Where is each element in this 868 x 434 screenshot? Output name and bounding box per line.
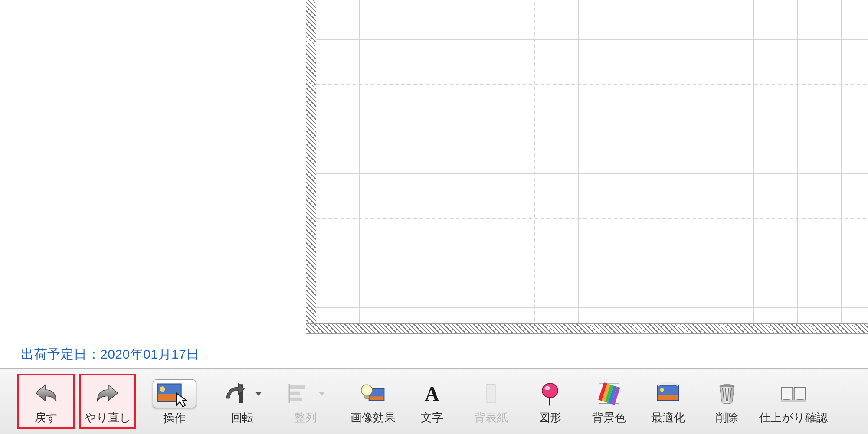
rotate-icon bbox=[222, 380, 250, 408]
lightbulb-image-icon bbox=[359, 380, 387, 408]
text-button[interactable]: A 文字 bbox=[403, 374, 462, 429]
spine-icon bbox=[477, 380, 505, 408]
spine-label: 背表紙 bbox=[474, 410, 508, 425]
letter-a-icon: A bbox=[418, 380, 446, 408]
balloon-shape-icon bbox=[536, 380, 564, 408]
align-button: 整列 bbox=[276, 374, 335, 429]
shape-button[interactable]: 図形 bbox=[521, 374, 580, 429]
rotate-button[interactable]: 回転 bbox=[213, 374, 272, 429]
undo-label: 戻す bbox=[35, 410, 58, 425]
canvas-margin-left bbox=[306, 0, 316, 334]
spine-button: 背表紙 bbox=[462, 374, 521, 429]
image-effect-button[interactable]: 画像効果 bbox=[344, 374, 403, 429]
image-effect-label: 画像効果 bbox=[350, 410, 396, 425]
preview-label: 仕上がり確認 bbox=[759, 410, 828, 425]
redo-arrow-icon bbox=[94, 380, 121, 408]
redo-button[interactable]: やり直し bbox=[79, 374, 136, 429]
align-dropdown-caret bbox=[318, 392, 325, 396]
svg-rect-34 bbox=[781, 400, 806, 402]
svg-point-3 bbox=[160, 386, 165, 392]
canvas-workspace[interactable] bbox=[0, 0, 868, 340]
undo-button[interactable]: 戻す bbox=[17, 374, 75, 429]
svg-rect-8 bbox=[289, 384, 291, 403]
shipment-date-label: 出荷予定日：2020年01月17日 bbox=[0, 340, 868, 368]
trash-icon bbox=[713, 380, 741, 408]
optimize-image-icon bbox=[654, 380, 682, 408]
operate-button[interactable]: 操作 bbox=[145, 374, 204, 429]
svg-point-18 bbox=[544, 386, 550, 390]
svg-rect-5 bbox=[289, 385, 305, 389]
svg-point-27 bbox=[660, 388, 664, 392]
svg-rect-6 bbox=[289, 392, 300, 395]
operate-label: 操作 bbox=[163, 411, 186, 426]
rainbow-swatch-icon bbox=[595, 380, 623, 408]
svg-rect-7 bbox=[289, 398, 302, 401]
svg-point-17 bbox=[542, 383, 558, 398]
open-book-icon bbox=[780, 380, 807, 408]
canvas-frame bbox=[306, 0, 868, 334]
svg-rect-10 bbox=[370, 396, 383, 400]
bottom-toolbar: 戻す やり直し 操 bbox=[0, 369, 868, 434]
text-label: 文字 bbox=[421, 410, 443, 425]
preview-button[interactable]: 仕上がり確認 bbox=[757, 374, 830, 429]
undo-arrow-icon bbox=[32, 380, 60, 408]
svg-text:A: A bbox=[425, 383, 439, 405]
align-icon bbox=[285, 380, 313, 408]
canvas-margin-bottom bbox=[306, 323, 868, 334]
delete-button[interactable]: 削除 bbox=[698, 374, 757, 429]
bgcolor-button[interactable]: 背景色 bbox=[580, 374, 639, 429]
canvas-grid[interactable] bbox=[316, 0, 868, 323]
rotate-label: 回転 bbox=[231, 410, 253, 425]
svg-rect-26 bbox=[658, 395, 678, 400]
redo-label: やり直し bbox=[85, 410, 131, 425]
optimize-button[interactable]: 最適化 bbox=[639, 374, 698, 429]
bgcolor-label: 背景色 bbox=[592, 410, 626, 425]
rotate-dropdown-caret[interactable] bbox=[255, 392, 262, 396]
svg-rect-13 bbox=[365, 395, 369, 398]
svg-point-12 bbox=[364, 387, 370, 394]
optimize-label: 最適化 bbox=[651, 410, 685, 425]
align-label: 整列 bbox=[294, 410, 317, 425]
svg-rect-33 bbox=[793, 388, 794, 401]
shape-label: 図形 bbox=[539, 410, 561, 425]
delete-label: 削除 bbox=[716, 410, 738, 425]
image-cursor-icon bbox=[153, 379, 196, 408]
